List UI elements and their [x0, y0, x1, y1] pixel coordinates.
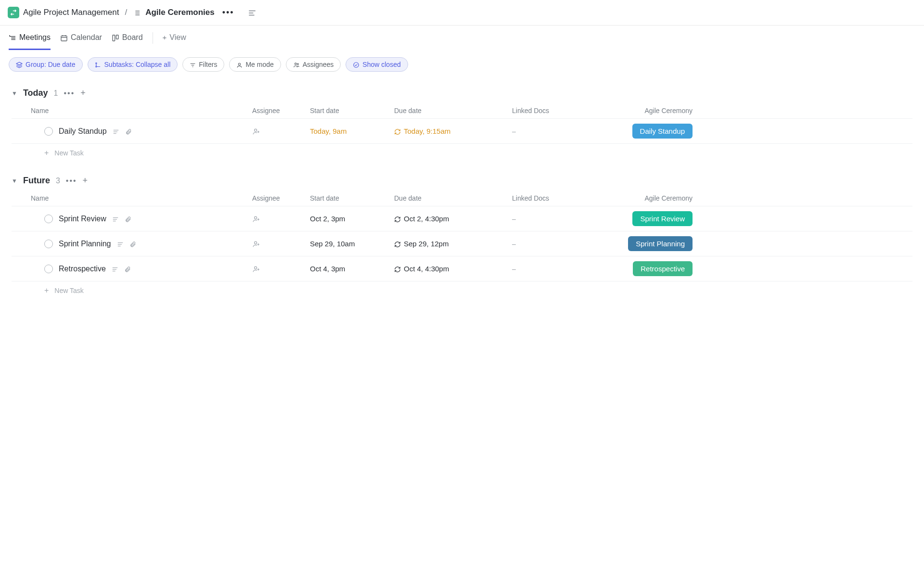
due-date-cell[interactable]: Oct 4, 4:30pm: [394, 265, 512, 273]
svg-point-14: [95, 63, 96, 64]
plus-icon: +: [163, 33, 167, 41]
new-task-row[interactable]: + New Task: [12, 281, 912, 300]
group-section: ▼ Future 3 ••• + Name Assignee Start dat…: [0, 166, 924, 304]
description-icon[interactable]: [117, 240, 124, 247]
group-header: ▼ Future 3 ••• +: [12, 170, 912, 191]
more-icon[interactable]: •••: [222, 8, 234, 18]
col-due-date[interactable]: Due date: [394, 107, 512, 114]
align-left-icon[interactable]: [248, 8, 257, 18]
linked-docs-cell[interactable]: –: [512, 215, 594, 223]
group-pill[interactable]: Group: Due date: [9, 57, 83, 72]
new-task-row[interactable]: + New Task: [12, 143, 912, 162]
group-add-icon[interactable]: +: [80, 88, 86, 98]
task-name[interactable]: Sprint Planning: [59, 240, 111, 248]
task-row[interactable]: Daily Standup Today, 9am Today, 9:15am –…: [12, 118, 912, 143]
breadcrumb-current[interactable]: Agile Ceremonies: [145, 8, 215, 17]
attachment-icon[interactable]: [129, 240, 136, 247]
svg-rect-9: [61, 36, 67, 41]
ceremony-badge[interactable]: Sprint Review: [632, 211, 693, 226]
description-icon[interactable]: [113, 127, 119, 135]
svg-point-30: [255, 216, 257, 219]
chevron-down-icon[interactable]: ▼: [12, 178, 17, 184]
show-closed-pill[interactable]: Show closed: [346, 57, 408, 72]
task-status-circle[interactable]: [44, 265, 53, 273]
ceremony-badge[interactable]: Sprint Planning: [628, 236, 693, 251]
group-add-icon[interactable]: +: [83, 176, 88, 186]
recurring-icon: [394, 265, 401, 273]
task-name[interactable]: Retrospective: [59, 265, 106, 273]
svg-point-38: [255, 267, 257, 269]
attachment-icon[interactable]: [124, 265, 131, 272]
assignee-cell[interactable]: [252, 239, 310, 248]
assignee-cell[interactable]: [252, 264, 310, 273]
assignees-pill[interactable]: Assignees: [286, 57, 341, 72]
start-date-cell[interactable]: Oct 2, 3pm: [310, 215, 394, 223]
chevron-down-icon[interactable]: ▼: [12, 90, 17, 97]
task-row[interactable]: Sprint Review Oct 2, 3pm Oct 2, 4:30pm –…: [12, 206, 912, 231]
table-header: Name Assignee Start date Due date Linked…: [12, 103, 912, 118]
task-name-cell: Daily Standup: [31, 127, 252, 136]
task-name[interactable]: Sprint Review: [59, 215, 106, 223]
meetings-icon: [9, 33, 16, 41]
task-status-circle[interactable]: [44, 215, 53, 223]
description-icon[interactable]: [112, 265, 118, 272]
breadcrumb-parent[interactable]: Agile Project Management: [23, 8, 119, 17]
group-title[interactable]: Today: [23, 88, 48, 98]
linked-docs-cell[interactable]: –: [512, 127, 594, 135]
col-assignee[interactable]: Assignee: [252, 194, 310, 202]
subtasks-pill[interactable]: Subtasks: Collapse all: [88, 57, 178, 72]
tab-add-view[interactable]: + View: [163, 33, 186, 50]
group-more-icon[interactable]: •••: [66, 177, 77, 185]
filters-pill[interactable]: Filters: [182, 57, 224, 72]
task-row[interactable]: Sprint Planning Sep 29, 10am Sep 29, 12p…: [12, 231, 912, 256]
person-icon: [236, 61, 243, 68]
col-assignee[interactable]: Assignee: [252, 107, 310, 114]
attachment-icon[interactable]: [125, 127, 132, 135]
group-count: 3: [56, 177, 60, 185]
linked-docs-cell[interactable]: –: [512, 240, 594, 248]
task-name[interactable]: Daily Standup: [59, 127, 107, 136]
me-mode-pill[interactable]: Me mode: [229, 57, 281, 72]
group-more-icon[interactable]: •••: [64, 89, 75, 98]
tab-divider: [153, 32, 153, 44]
tab-calendar[interactable]: Calendar: [60, 33, 102, 50]
subtasks-icon: [95, 61, 102, 68]
attachment-icon[interactable]: [125, 215, 131, 222]
assignee-cell[interactable]: [252, 127, 310, 135]
task-status-circle[interactable]: [44, 240, 53, 248]
col-start-date[interactable]: Start date: [310, 194, 394, 202]
assignee-cell[interactable]: [252, 214, 310, 223]
due-date-cell[interactable]: Sep 29, 12pm: [394, 240, 512, 248]
calendar-icon: [60, 33, 68, 41]
ceremony-badge[interactable]: Retrospective: [633, 261, 693, 276]
ceremony-badge[interactable]: Daily Standup: [632, 124, 693, 139]
tab-meetings[interactable]: Meetings: [9, 33, 51, 50]
col-ceremony[interactable]: Agile Ceremony: [594, 107, 693, 114]
col-name[interactable]: Name: [31, 194, 252, 202]
col-due-date[interactable]: Due date: [394, 194, 512, 202]
start-date-cell[interactable]: Oct 4, 3pm: [310, 265, 394, 273]
description-icon[interactable]: [112, 215, 119, 222]
svg-point-20: [295, 63, 296, 65]
due-date-cell[interactable]: Today, 9:15am: [394, 127, 512, 135]
col-linked-docs[interactable]: Linked Docs: [512, 107, 594, 114]
group-title[interactable]: Future: [23, 176, 50, 186]
svg-rect-11: [113, 35, 115, 41]
col-ceremony[interactable]: Agile Ceremony: [594, 194, 693, 202]
subtasks-pill-label: Subtasks: Collapse all: [104, 61, 171, 68]
view-tabs: Meetings Calendar Board + View: [0, 25, 924, 51]
col-name[interactable]: Name: [31, 107, 252, 114]
new-task-label: New Task: [54, 149, 83, 157]
start-date-cell[interactable]: Today, 9am: [310, 127, 394, 135]
linked-docs-cell[interactable]: –: [512, 265, 594, 273]
app-icon: [8, 7, 19, 18]
due-date-cell[interactable]: Oct 2, 4:30pm: [394, 215, 512, 223]
tab-board[interactable]: Board: [112, 33, 143, 50]
start-date-cell[interactable]: Sep 29, 10am: [310, 240, 394, 248]
col-linked-docs[interactable]: Linked Docs: [512, 194, 594, 202]
task-row[interactable]: Retrospective Oct 4, 3pm Oct 4, 4:30pm –…: [12, 256, 912, 281]
filter-icon: [190, 61, 196, 68]
task-status-circle[interactable]: [44, 127, 53, 136]
col-start-date[interactable]: Start date: [310, 107, 394, 114]
me-mode-pill-label: Me mode: [245, 61, 273, 68]
